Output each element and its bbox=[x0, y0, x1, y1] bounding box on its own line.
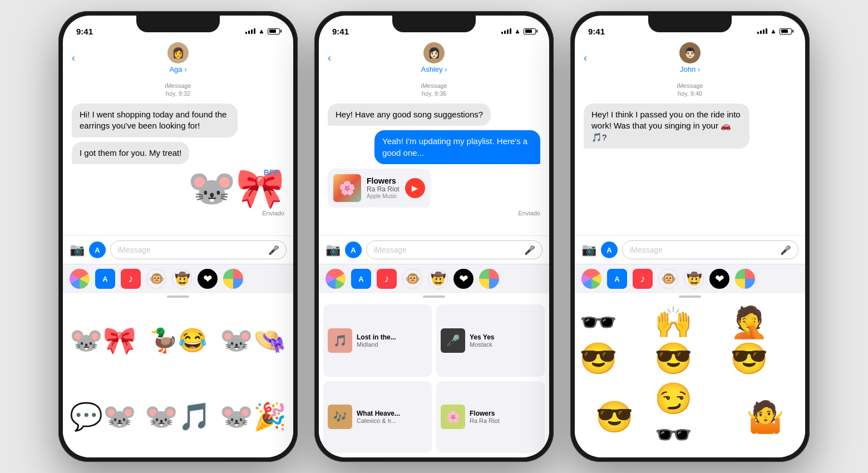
signal-bars-3 bbox=[757, 28, 767, 34]
music-list-item-3[interactable]: 🎶 What Heave... Calexico & Ir... bbox=[323, 381, 432, 454]
battery-icon-1 bbox=[268, 28, 280, 35]
photos-app-icon-1[interactable] bbox=[70, 269, 90, 289]
appstore-button-3[interactable]: A bbox=[601, 242, 618, 258]
heart-icon-2[interactable]: ❤ bbox=[453, 269, 474, 289]
back-button-3[interactable]: ‹ bbox=[584, 52, 587, 64]
back-button-1[interactable]: ‹ bbox=[72, 52, 75, 64]
music-list-item-4[interactable]: 🌸 Flowers Ra Ra Riot bbox=[436, 381, 545, 454]
contact-info-2[interactable]: 👩🏻 Ashley › bbox=[421, 42, 447, 73]
contact-info-3[interactable]: 👨🏻 John › bbox=[679, 42, 701, 73]
memoji-cell-5[interactable]: 😏🕶️ bbox=[654, 381, 725, 454]
song-artist-4: Ra Ra Riot bbox=[470, 417, 500, 424]
contact-name-3: John › bbox=[680, 65, 700, 73]
sticker-cell-6[interactable]: 🐭🎉 bbox=[218, 381, 289, 454]
last-icon-1[interactable] bbox=[223, 269, 243, 289]
music-icon-3[interactable]: ♪ bbox=[633, 269, 653, 289]
memoji-cell-1[interactable]: 🕶️😎 bbox=[579, 304, 650, 377]
sticker-cell-5[interactable]: 🐭🎵 bbox=[142, 381, 213, 454]
divider-3 bbox=[679, 295, 701, 298]
msg-bubble-ashley-1: Hey! Have any good song suggestions? bbox=[328, 104, 491, 126]
back-button-2[interactable]: ‹ bbox=[328, 52, 331, 64]
memoji-icon-2[interactable]: 🐵 bbox=[402, 269, 422, 289]
sticker-grid-1: 🐭🎀 🦆😂 🐭👒 💬🐭 🐭🎵 🐭🎉 bbox=[63, 300, 293, 457]
status-icons-1: ▲ bbox=[245, 27, 280, 35]
divider-1 bbox=[167, 295, 189, 298]
status-icons-2: ▲ bbox=[501, 27, 536, 35]
divider-2 bbox=[423, 295, 445, 298]
imessage-label-1: iMessage bbox=[72, 82, 284, 89]
phone-ashley: 9:41 ▲ ‹ bbox=[314, 11, 554, 462]
camera-button-3[interactable]: 📷 bbox=[581, 243, 596, 257]
enviado-label-2: Enviado bbox=[518, 210, 540, 216]
memoji2-icon-3[interactable]: 🤠 bbox=[684, 269, 704, 289]
song-artist-3: Calexico & Ir... bbox=[357, 417, 400, 424]
music-list-item-1[interactable]: 🎵 Lost in the... Midland bbox=[323, 304, 432, 377]
appstore-icon-2[interactable]: A bbox=[351, 269, 371, 289]
music-icon-1[interactable]: ♪ bbox=[121, 269, 141, 289]
time-3: 9:41 bbox=[588, 27, 605, 36]
app-strip-1: A ♪ 🐵 🤠 ❤ bbox=[63, 264, 293, 293]
sticker-cell-1[interactable]: 🐭🎀 bbox=[67, 304, 138, 377]
appstore-button-2[interactable]: A bbox=[345, 242, 362, 258]
memoji-cell-6[interactable]: 🤷 bbox=[730, 381, 801, 454]
sticker-cell-4[interactable]: 💬🐭 bbox=[67, 381, 138, 454]
signal-bars-2 bbox=[501, 28, 511, 34]
messages-area-1: iMessage hoy, 9:32 Hi! I went shopping t… bbox=[63, 78, 293, 235]
msg-bubble-ashley-2: Yeah! I'm updating my playlist. Here's a… bbox=[374, 130, 540, 164]
play-button-1[interactable]: ▶ bbox=[405, 178, 425, 198]
message-input-3[interactable]: iMessage 🎤 bbox=[622, 240, 798, 259]
sticker-cell-2[interactable]: 🦆😂 bbox=[142, 304, 213, 377]
nav-bar-3: ‹ 👨🏻 John › bbox=[575, 40, 805, 78]
time-1: 9:41 bbox=[76, 27, 93, 36]
message-input-2[interactable]: iMessage 🎤 bbox=[366, 240, 542, 259]
phone-john: 9:41 ▲ ‹ bbox=[570, 11, 810, 462]
nav-bar-2: ‹ 👩🏻 Ashley › bbox=[319, 40, 549, 78]
appstore-icon-1[interactable]: A bbox=[95, 269, 115, 289]
memoji-icon-1[interactable]: 🐵 bbox=[146, 269, 166, 289]
last-icon-2[interactable] bbox=[479, 269, 499, 289]
memoji-cell-4[interactable]: 😎 bbox=[579, 381, 650, 454]
camera-button-1[interactable]: 📷 bbox=[70, 243, 85, 257]
message-input-1[interactable]: iMessage 🎤 bbox=[110, 240, 287, 259]
music-art-2: 🎤 bbox=[441, 328, 465, 353]
music-art-3: 🎶 bbox=[328, 405, 352, 429]
messages-area-2: iMessage hoy, 9:36 Hey! Have any good so… bbox=[319, 78, 549, 235]
memoji2-icon-2[interactable]: 🤠 bbox=[428, 269, 448, 289]
heart-icon-3[interactable]: ❤ bbox=[709, 269, 729, 289]
sticker-area-1: 🐭🎀 BFF bbox=[188, 169, 284, 208]
nav-bar-1: ‹ 👩 Aga › bbox=[63, 40, 293, 78]
photos-app-icon-2[interactable] bbox=[326, 269, 346, 289]
photos-app-icon-3[interactable] bbox=[581, 269, 601, 289]
signal-bars-1 bbox=[245, 28, 255, 34]
app-strip-2: A ♪ 🐵 🤠 ❤ bbox=[319, 264, 549, 293]
appstore-button-1[interactable]: A bbox=[89, 242, 106, 258]
memoji-cell-3[interactable]: 🤦😎 bbox=[730, 304, 801, 377]
memoji-icon-3[interactable]: 🐵 bbox=[658, 269, 678, 289]
music-artist-1: Ra Ra Riot bbox=[367, 185, 400, 193]
memoji2-icon-1[interactable]: 🤠 bbox=[172, 269, 192, 289]
music-art-1: 🎵 bbox=[328, 328, 352, 353]
music-icon-2[interactable]: ♪ bbox=[377, 269, 397, 289]
notch-2 bbox=[392, 16, 476, 32]
msg-bubble-2: I got them for you. My treat! bbox=[72, 142, 189, 164]
last-icon-3[interactable] bbox=[735, 269, 755, 289]
input-bar-3: 📷 A iMessage 🎤 bbox=[575, 235, 805, 264]
music-list-item-2[interactable]: 🎤 Yes Yes Mostack bbox=[436, 304, 545, 377]
notch-3 bbox=[648, 16, 732, 32]
heart-icon-1[interactable]: ❤ bbox=[198, 269, 218, 289]
appstore-icon-3[interactable]: A bbox=[607, 269, 627, 289]
avatar-1: 👩 bbox=[167, 42, 189, 63]
contact-info-1[interactable]: 👩 Aga › bbox=[167, 42, 189, 73]
camera-button-2[interactable]: 📷 bbox=[326, 243, 341, 257]
phone-aga: 9:41 ▲ ‹ bbox=[58, 11, 298, 462]
wifi-icon-1: ▲ bbox=[258, 27, 265, 35]
time-label-2: hoy, 9:36 bbox=[328, 90, 540, 97]
music-card-1[interactable]: 🌸 Flowers Ra Ra Riot Apple Music ▶ bbox=[328, 169, 431, 208]
memoji-cell-2[interactable]: 🙌😎 bbox=[654, 304, 725, 377]
wifi-icon-2: ▲ bbox=[514, 27, 521, 35]
phones-container: 9:41 ▲ ‹ bbox=[0, 0, 868, 473]
notch-1 bbox=[136, 16, 220, 32]
sticker-cell-3[interactable]: 🐭👒 bbox=[218, 304, 289, 377]
enviado-label-1: Enviado bbox=[262, 210, 284, 216]
music-list-info-1: Lost in the... Midland bbox=[357, 333, 396, 348]
